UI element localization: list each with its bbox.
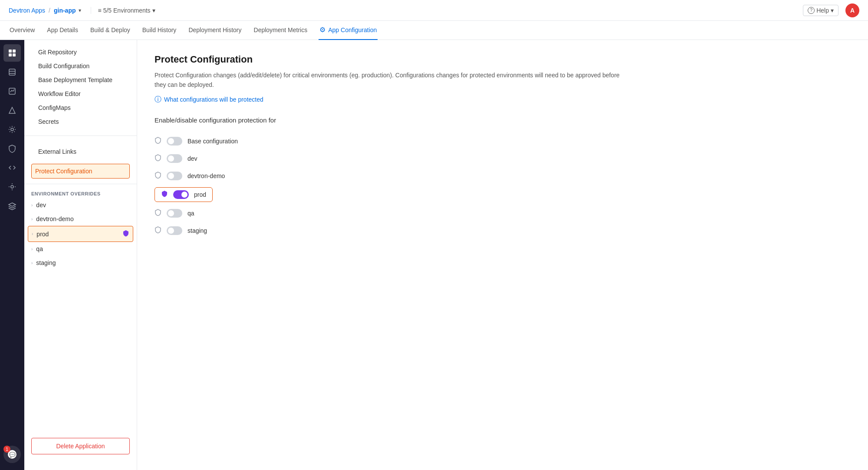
toggle-staging[interactable]	[167, 226, 182, 235]
toggle-row-staging: staging	[155, 222, 851, 239]
toggle-base-config[interactable]	[167, 137, 182, 146]
shield-icon-devtron-demo	[155, 172, 161, 180]
sidebar-item-configmaps[interactable]: ConfigMaps	[31, 101, 130, 115]
topbar-left: Devtron Apps / gin-app ▾ ≡ 5/5 Environme…	[9, 7, 155, 14]
rail-charts[interactable]	[3, 83, 21, 100]
rail-security[interactable]	[3, 140, 21, 157]
app-name: gin-app	[54, 7, 76, 14]
svg-point-10	[11, 185, 13, 188]
filter-icon: ≡	[98, 7, 102, 14]
rail-code[interactable]	[3, 159, 21, 176]
rail-stack[interactable]	[3, 197, 21, 215]
rail-notifications[interactable]: 1 💬	[3, 446, 21, 463]
main-layout: 1 💬 Git Repository Build Configuration B…	[0, 40, 868, 470]
env-dropdown-icon: ▾	[152, 7, 155, 14]
subnav: Overview App Details Build & Deploy Buil…	[0, 21, 868, 40]
toggle-dev-label: dev	[187, 155, 197, 162]
sidebar-env-staging[interactable]: › staging	[24, 256, 137, 270]
topbar-right: ? Help ▾ A	[803, 3, 859, 17]
toggle-row-base-config: Base configuration	[155, 132, 851, 150]
toggle-qa[interactable]	[167, 209, 182, 218]
shield-icon-dev	[155, 154, 161, 163]
sidebar-env-devtron-demo[interactable]: › devtron-demo	[24, 212, 137, 226]
sidebar-item-base-deployment-template[interactable]: Base Deployment Template	[31, 73, 130, 87]
rail-applications[interactable]	[3, 63, 21, 81]
delete-application-button[interactable]: Delete Application	[31, 438, 130, 454]
shield-icon-base-config	[155, 137, 161, 146]
svg-rect-0	[9, 50, 12, 53]
toggle-prod-label: prod	[194, 191, 206, 198]
svg-text:💬: 💬	[9, 451, 16, 458]
info-link-label: What configurations will be protected	[164, 96, 263, 103]
toggle-devtron-demo[interactable]	[167, 172, 182, 180]
help-label: Help	[816, 7, 829, 14]
svg-rect-3	[13, 53, 16, 56]
toggle-devtron-demo-label: devtron-demo	[187, 172, 225, 179]
toggle-qa-label: qa	[187, 210, 194, 217]
chevron-right-icon: ›	[31, 203, 33, 208]
env-dev-label: dev	[36, 202, 46, 209]
sidebar-divider-1	[24, 136, 137, 136]
topbar-separator: /	[49, 7, 50, 14]
sidebar-item-protect-configuration[interactable]: Protect Configuration	[31, 164, 130, 179]
env-devtron-demo-label: devtron-demo	[36, 215, 73, 222]
env-prod-label: prod	[36, 231, 49, 238]
tab-overview[interactable]: Overview	[9, 21, 36, 40]
tab-build-history[interactable]: Build History	[141, 21, 178, 40]
sidebar-item-external-links[interactable]: External Links	[31, 145, 130, 159]
tab-deployment-history[interactable]: Deployment History	[187, 21, 242, 40]
sidebar-item-workflow-editor[interactable]: Workflow Editor	[31, 87, 130, 101]
sidebar-item-secrets[interactable]: Secrets	[31, 115, 130, 129]
env-count-label: 5/5 Environments	[103, 7, 151, 14]
gear-icon: ⚙	[319, 26, 326, 34]
tab-deployment-metrics[interactable]: Deployment Metrics	[253, 21, 309, 40]
sidebar-item-build-configuration[interactable]: Build Configuration	[31, 59, 130, 73]
rail-settings2[interactable]	[3, 178, 21, 195]
sidebar-env-dev[interactable]: › dev	[24, 198, 137, 212]
toggle-row-qa: qa	[155, 205, 851, 222]
env-selector[interactable]: ≡ 5/5 Environments ▾	[91, 7, 155, 14]
chevron-right-icon: ›	[31, 217, 33, 222]
toggle-row-devtron-demo: devtron-demo	[155, 167, 851, 185]
shield-icon-qa	[155, 209, 161, 218]
rail-deploy[interactable]	[3, 102, 21, 119]
toggle-row-prod-wrapper: prod	[155, 185, 851, 205]
topbar: Devtron Apps / gin-app ▾ ≡ 5/5 Environme…	[0, 0, 868, 21]
svg-point-9	[11, 128, 13, 131]
toggle-base-config-label: Base configuration	[187, 138, 238, 145]
rail-dashboard[interactable]	[3, 44, 21, 62]
tab-app-configuration[interactable]: ⚙ App Configuration	[319, 21, 378, 40]
svg-rect-2	[9, 53, 12, 56]
shield-icon-staging	[155, 226, 161, 235]
app-dropdown-button[interactable]: ▾	[79, 7, 81, 13]
toggle-row-prod: prod	[155, 187, 213, 202]
chevron-right-icon: ›	[31, 247, 33, 252]
sidebar-nav-section: Git Repository Build Configuration Base …	[24, 40, 137, 132]
rail-config[interactable]	[3, 121, 21, 138]
user-avatar[interactable]: A	[845, 3, 859, 17]
sidebar-protect-config-section: Protect Configuration	[24, 162, 137, 180]
sidebar-env-qa[interactable]: › qa	[24, 242, 137, 256]
tab-app-details[interactable]: App Details	[46, 21, 79, 40]
chevron-right-icon: ›	[32, 232, 33, 236]
page-description: Protect Configuration changes (add/edit/…	[155, 70, 632, 90]
toggle-row-dev: dev	[155, 150, 851, 167]
icon-rail: 1 💬	[0, 40, 24, 470]
toggle-prod[interactable]	[173, 190, 189, 199]
svg-rect-4	[9, 69, 15, 75]
chevron-right-icon: ›	[31, 261, 33, 265]
info-circle-icon: ⓘ	[155, 95, 161, 104]
help-circle-icon: ?	[808, 7, 815, 14]
shield-icon-prod-toggle	[161, 190, 168, 199]
sidebar-item-git-repository[interactable]: Git Repository	[31, 45, 130, 59]
toggle-dev[interactable]	[167, 154, 182, 163]
sidebar: Git Repository Build Configuration Base …	[24, 40, 137, 470]
svg-marker-11	[9, 203, 16, 206]
app-suite-link[interactable]: Devtron Apps	[9, 7, 45, 14]
tab-build-deploy[interactable]: Build & Deploy	[89, 21, 131, 40]
page-title: Protect Configuration	[155, 54, 851, 65]
help-button[interactable]: ? Help ▾	[803, 5, 838, 16]
sidebar-external-links-section: External Links	[24, 139, 137, 162]
sidebar-env-prod[interactable]: › prod	[28, 226, 133, 242]
info-link[interactable]: ⓘ What configurations will be protected	[155, 95, 851, 104]
